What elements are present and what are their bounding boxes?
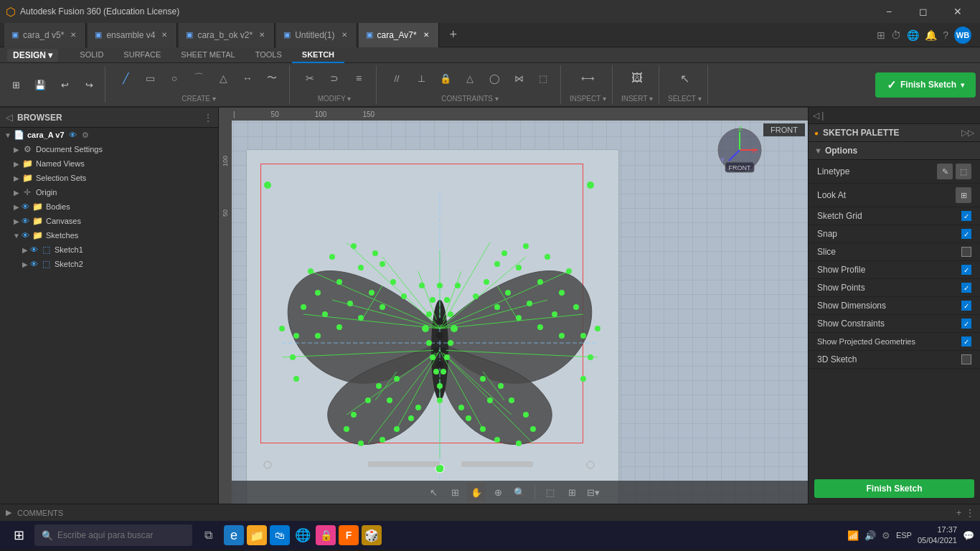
polygon-tool[interactable]: △ (212, 67, 235, 90)
clock-icon[interactable]: ⏱ (891, 29, 901, 41)
taskbar-edge-icon[interactable]: e (224, 525, 244, 545)
search-input[interactable] (57, 530, 172, 540)
browser-item-root[interactable]: ▼ 📄 cara_A v7 👁 ⚙ (0, 128, 218, 142)
constraint-parallel[interactable]: // (385, 67, 408, 90)
slice-checkbox[interactable] (961, 247, 971, 257)
mode-tab-surface[interactable]: SURFACE (113, 47, 171, 63)
constraint-tri[interactable]: △ (458, 67, 481, 90)
arc-tool[interactable]: ⌒ (187, 67, 210, 90)
linetype-edit-icon[interactable]: ✎ (937, 164, 953, 179)
browser-item-doc-settings[interactable]: ▶ ⚙ Document Settings (0, 142, 218, 156)
eye-icon[interactable]: 👁 (30, 260, 40, 268)
grid-icon[interactable]: ⊞ (877, 29, 885, 41)
windows-start-button[interactable]: ⊞ (6, 522, 32, 548)
tab-close-ensamble[interactable]: ✕ (159, 30, 169, 40)
taskbar-settings-icon[interactable]: ⚙ (882, 530, 890, 541)
tab-untitled[interactable]: ▣ Untitled(1) ✕ (276, 23, 357, 47)
grid-menu-button[interactable]: ⊞ (4, 73, 27, 96)
sketch-canvas[interactable] (232, 121, 808, 504)
user-avatar[interactable]: WB (954, 27, 971, 44)
measure-tool[interactable]: ⟷ (576, 67, 599, 90)
undo-button[interactable]: ↩ (53, 73, 76, 96)
eye-icon[interactable]: 👁 (30, 245, 40, 254)
trim-tool[interactable]: ✂ (298, 67, 321, 90)
constraint-perp[interactable]: ⊥ (410, 67, 433, 90)
save-button[interactable]: 💾 (29, 73, 52, 96)
show-constraints-checkbox[interactable]: ✓ (961, 319, 971, 329)
select-tool[interactable]: ↖ (673, 67, 696, 90)
tab-close-cara-d[interactable]: ✕ (68, 30, 78, 40)
notification-icon[interactable]: 💬 (963, 530, 974, 541)
eye-icon[interactable]: 👁 (22, 202, 32, 211)
browser-item-selection-sets[interactable]: ▶ 📁 Selection Sets (0, 171, 218, 185)
show-profile-checkbox[interactable]: ✓ (961, 265, 971, 275)
orientation-gizmo[interactable]: X Z Y FRONT (715, 125, 765, 175)
mode-tab-solid[interactable]: SOLID (70, 47, 113, 63)
settings-icon[interactable]: ⚙ (82, 131, 89, 140)
mode-tab-sketch[interactable]: SKETCH (292, 47, 344, 63)
line-tool[interactable]: ╱ (114, 67, 137, 90)
eye-icon[interactable]: 👁 (22, 217, 32, 225)
eye-icon[interactable]: 👁 (22, 231, 32, 240)
linetype-copy-icon[interactable]: ⬚ (956, 164, 971, 179)
tab-close-untitled[interactable]: ✕ (339, 30, 349, 40)
design-dropdown[interactable]: DESIGN ▾ (7, 49, 58, 62)
help-icon[interactable]: ? (943, 29, 948, 41)
globe-icon[interactable]: 🌐 (907, 29, 919, 41)
restore-button[interactable]: ◻ (907, 0, 940, 23)
circle-tool[interactable]: ○ (163, 67, 186, 90)
tab-cara-av7[interactable]: ▣ cara_Av7* ✕ (359, 23, 439, 47)
close-button[interactable]: ✕ (941, 0, 974, 23)
comments-menu-icon[interactable]: ⋮ (966, 508, 974, 518)
show-points-checkbox[interactable]: ✓ (961, 283, 971, 293)
finish-sketch-toolbar-button[interactable]: ✓ Finish Sketch ▾ (875, 72, 976, 98)
finish-sketch-button[interactable]: Finish Sketch (814, 479, 974, 498)
project-tool[interactable]: ≡ (347, 67, 370, 90)
spline-tool[interactable]: 〜 (260, 67, 283, 90)
taskbar-explorer-icon[interactable]: 📁 (247, 525, 267, 545)
constraint-circle[interactable]: ◯ (483, 67, 506, 90)
taskbar-store-icon[interactable]: 🛍 (270, 525, 290, 545)
show-dimensions-checkbox[interactable]: ✓ (961, 301, 971, 311)
insert-image[interactable]: 🖼 (626, 67, 649, 90)
mode-tab-tools[interactable]: TOOLS (245, 47, 292, 63)
palette-collapse-icon[interactable]: ◁ | (813, 110, 824, 121)
taskbar-fusion360-icon[interactable]: F (339, 525, 359, 545)
constraint-sym[interactable]: ⋈ (507, 67, 530, 90)
dim-tool[interactable]: ↔ (236, 67, 259, 90)
search-box[interactable]: 🔍 (34, 524, 192, 546)
expand-icon[interactable]: ▷▷ (961, 128, 974, 138)
constraint-lock[interactable]: 🔒 (434, 67, 457, 90)
browser-collapse-icon[interactable]: ◁ (6, 112, 13, 123)
viewport-label-front[interactable]: FRONT (763, 123, 805, 136)
tab-close-cara-av7[interactable]: ✕ (421, 30, 431, 40)
3d-sketch-checkbox[interactable] (961, 354, 971, 364)
bell-icon[interactable]: 🔔 (925, 29, 937, 41)
browser-item-origin[interactable]: ▶ ✛ Origin (0, 185, 218, 199)
browser-item-sketches[interactable]: ▼ 👁 📁 Sketches (0, 228, 218, 242)
mode-tab-sheet-metal[interactable]: SHEET METAL (171, 47, 245, 63)
constraint-box[interactable]: ⬚ (532, 67, 555, 90)
browser-menu-icon[interactable]: ⋮ (204, 113, 212, 123)
offset-tool[interactable]: ⊃ (323, 67, 346, 90)
taskbar-chrome-icon[interactable]: 🌐 (293, 525, 313, 545)
show-projected-checkbox[interactable]: ✓ (961, 336, 971, 347)
tab-close-cara-b[interactable]: ✕ (257, 30, 267, 40)
new-tab-button[interactable]: + (442, 24, 465, 47)
title-bar-controls[interactable]: − ◻ ✕ (872, 0, 974, 23)
eye-icon[interactable]: 👁 (69, 131, 79, 139)
tab-ensamble[interactable]: ▣ ensamble v4 ✕ (88, 23, 177, 47)
comments-add-icon[interactable]: + (956, 508, 961, 518)
browser-item-sketch1[interactable]: ▶ 👁 ⬚ Sketch1 (0, 242, 218, 257)
look-at-button[interactable]: ⊞ (956, 187, 971, 203)
tab-cara-d[interactable]: ▣ cara_d v5* ✕ (4, 23, 86, 47)
redo-button[interactable]: ↪ (77, 73, 100, 96)
browser-item-named-views[interactable]: ▶ 📁 Named Views (0, 156, 218, 171)
sketch-grid-checkbox[interactable]: ✓ (961, 211, 971, 221)
taskbar-unknown-icon[interactable]: 🎲 (362, 525, 382, 545)
browser-item-bodies[interactable]: ▶ 👁 📁 Bodies (0, 199, 218, 214)
rect-tool[interactable]: ▭ (138, 67, 161, 90)
minimize-button[interactable]: − (872, 0, 905, 23)
options-section-header[interactable]: ▼ Options (809, 142, 980, 160)
browser-item-sketch2[interactable]: ▶ 👁 ⬚ Sketch2 (0, 257, 218, 271)
